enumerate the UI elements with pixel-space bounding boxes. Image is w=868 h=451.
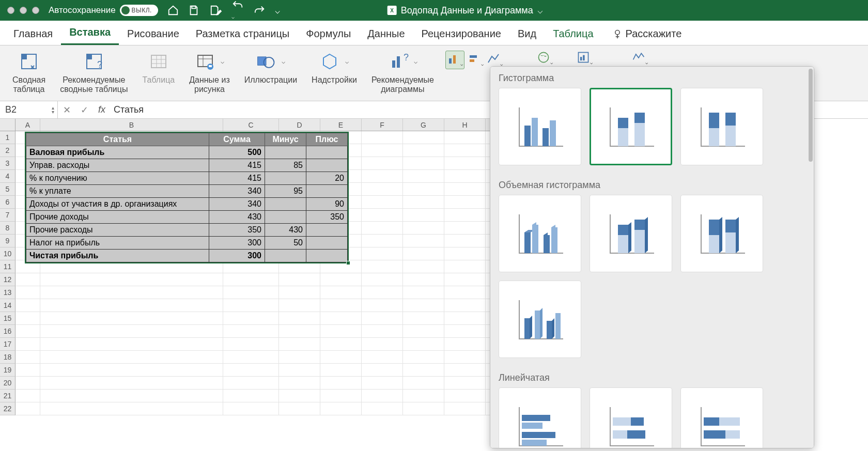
tell-me-button[interactable]: Расскажите [612, 23, 682, 45]
table-cell[interactable]: 95 [265, 185, 306, 198]
addins-button[interactable]: ⌵ Надстройки [304, 49, 364, 98]
close-window-button[interactable] [7, 7, 14, 14]
table-cell[interactable] [265, 250, 306, 262]
table-cell[interactable]: 350 [306, 211, 348, 224]
save-edit-icon[interactable] [209, 5, 222, 16]
ribbon-tab-5[interactable]: Данные [359, 23, 413, 45]
recommended-charts-button[interactable]: ?⌵ Рекомендуемыедиаграммы [364, 49, 441, 98]
row-header-2[interactable]: 2 [0, 144, 16, 157]
row-header-15[interactable]: 15 [0, 312, 16, 325]
undo-icon[interactable]: ⌵ [231, 0, 245, 21]
illustrations-button[interactable]: ⌵ Иллюстрации [237, 49, 304, 98]
name-box[interactable]: B2 ▴▾ [0, 101, 58, 118]
col-header-E[interactable]: E [320, 119, 362, 131]
row-header-12[interactable]: 12 [0, 273, 16, 286]
table-cell[interactable] [306, 185, 348, 198]
table-cell[interactable]: 300 [209, 237, 265, 250]
table-cell[interactable] [306, 237, 348, 250]
row-header-22[interactable]: 22 [0, 402, 16, 415]
table-cell[interactable] [265, 198, 306, 211]
table-cell[interactable] [306, 159, 348, 172]
table-cell[interactable] [265, 146, 306, 159]
table-cell[interactable]: 90 [306, 198, 348, 211]
panel-scrollbar[interactable] [809, 69, 813, 162]
line-chart-icon[interactable]: ⌵ [487, 52, 503, 68]
row-header-19[interactable]: 19 [0, 364, 16, 377]
map-chart-icon[interactable]: ⌵ [537, 51, 553, 66]
table-cell[interactable]: % к получению [26, 172, 209, 185]
table-cell[interactable] [306, 146, 348, 159]
redo-icon[interactable] [254, 5, 266, 16]
save-icon[interactable] [188, 5, 199, 16]
data-from-picture-button[interactable]: ⌵ Данные изрисунка [182, 49, 237, 98]
column-chart-icon[interactable]: ⌵ [445, 51, 464, 69]
sparkline-icon[interactable]: ⌵ [632, 51, 648, 66]
table-header[interactable]: Плюс [306, 133, 348, 146]
col-header-D[interactable]: D [279, 119, 320, 131]
table-cell[interactable]: Налог на прибыль [26, 237, 209, 250]
row-header-8[interactable]: 8 [0, 222, 16, 235]
home-icon[interactable] [167, 5, 179, 16]
table-cell[interactable]: 300 [209, 250, 265, 262]
bar-chart-icon[interactable]: ⌵ [468, 52, 484, 68]
chart-type-clustered-column[interactable] [499, 88, 581, 165]
table-cell[interactable] [306, 224, 348, 237]
pivot-chart-icon[interactable]: ⌵ [577, 51, 593, 66]
table-cell[interactable]: 350 [209, 224, 265, 237]
table-cell[interactable]: Прочие расходы [26, 224, 209, 237]
recommended-pivot-button[interactable]: ? Рекомендуемыесводные таблицы [53, 49, 135, 98]
table-cell[interactable]: Управ. расходы [26, 159, 209, 172]
chart-type-3d-column[interactable] [499, 281, 581, 358]
fx-label[interactable]: fx [98, 104, 105, 115]
ribbon-tab-4[interactable]: Формулы [298, 23, 359, 45]
row-header-20[interactable]: 20 [0, 377, 16, 390]
table-cell[interactable]: % к уплате [26, 185, 209, 198]
chart-type-clustered-bar[interactable] [499, 387, 581, 448]
ribbon-tab-0[interactable]: Главная [5, 23, 61, 45]
col-header-F[interactable]: F [362, 119, 403, 131]
table-cell[interactable]: 500 [209, 146, 265, 159]
chart-type-100-stacked-column[interactable] [680, 88, 763, 165]
table-cell[interactable]: 340 [209, 198, 265, 211]
chart-type-3d-clustered-column[interactable] [499, 195, 581, 272]
row-header-21[interactable]: 21 [0, 390, 16, 402]
row-header-14[interactable]: 14 [0, 299, 16, 312]
maximize-window-button[interactable] [32, 7, 39, 14]
row-header-7[interactable]: 7 [0, 209, 16, 222]
table-cell[interactable]: 50 [265, 237, 306, 250]
qat-customize-icon[interactable]: ⌵ [275, 5, 280, 16]
autosave-toggle[interactable]: ВЫКЛ. [120, 5, 158, 16]
chart-type-100-stacked-bar[interactable] [680, 387, 763, 448]
row-header-6[interactable]: 6 [0, 196, 16, 209]
table-cell[interactable]: Валовая прибыль [26, 146, 209, 159]
chart-type-stacked-bar[interactable] [590, 387, 672, 448]
table-cell[interactable]: 430 [209, 211, 265, 224]
table-cell[interactable]: 20 [306, 172, 348, 185]
ribbon-tab-2[interactable]: Рисование [119, 23, 188, 45]
row-header-3[interactable]: 3 [0, 157, 16, 170]
pivot-table-button[interactable]: Своднаятаблица [5, 49, 53, 98]
col-header-B[interactable]: B [40, 119, 223, 131]
row-header-17[interactable]: 17 [0, 338, 16, 351]
table-cell[interactable]: Доходы от участия в др. организациях [26, 198, 209, 211]
table-cell[interactable] [265, 172, 306, 185]
chart-type-3d-stacked-column[interactable] [590, 195, 672, 272]
table-cell[interactable] [306, 250, 348, 262]
table-header[interactable]: Статья [26, 133, 209, 146]
ribbon-tab-6[interactable]: Рецензирование [413, 23, 509, 45]
row-header-9[interactable]: 9 [0, 235, 16, 247]
chevron-down-icon[interactable]: ⌵ [537, 5, 543, 16]
table-cell[interactable]: 85 [265, 159, 306, 172]
accept-formula-icon[interactable]: ✓ [75, 104, 93, 116]
col-header-G[interactable]: G [403, 119, 444, 131]
row-header-5[interactable]: 5 [0, 183, 16, 196]
cancel-formula-icon[interactable]: ✕ [58, 104, 75, 116]
table-cell[interactable]: Чистая прибыль [26, 250, 209, 262]
chart-type-stacked-column[interactable] [590, 88, 672, 165]
col-header-A[interactable]: A [16, 119, 40, 131]
table-cell[interactable] [265, 211, 306, 224]
col-header-C[interactable]: C [223, 119, 279, 131]
row-header-13[interactable]: 13 [0, 286, 16, 299]
table-cell[interactable]: 430 [265, 224, 306, 237]
row-header-10[interactable]: 10 [0, 247, 16, 260]
